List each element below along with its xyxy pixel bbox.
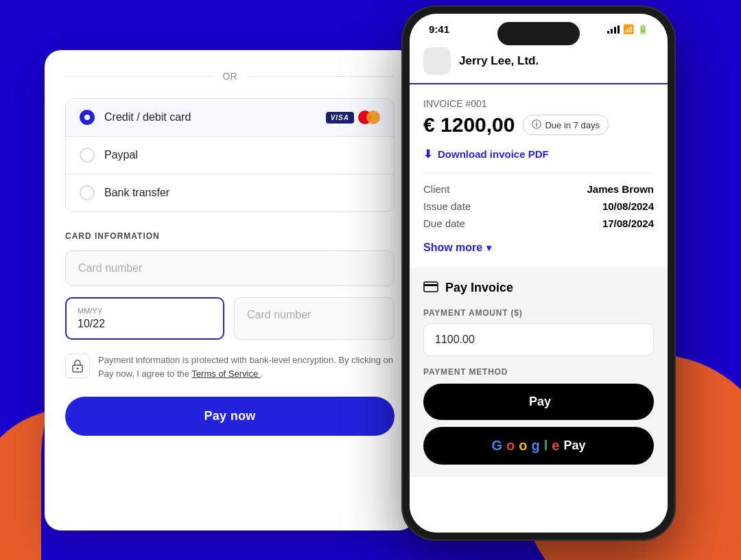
scene: OR Credit / debit card VISA — [0, 0, 741, 560]
due-info-icon: ⓘ — [532, 119, 541, 131]
radio-paypal — [80, 148, 95, 163]
wifi-icon: 📶 — [623, 24, 634, 34]
pay-invoice-title: Pay Invoice — [445, 281, 513, 295]
expiry-field[interactable]: MM/YY 10/22 — [65, 297, 224, 340]
card-info-section: CARD INFORMATION Card number MM/YY 10/22… — [65, 231, 395, 340]
cvv-placeholder: Card number — [247, 309, 311, 320]
issue-date-label: Issue date — [423, 200, 471, 212]
client-value: James Brown — [587, 183, 654, 195]
g-blue2: g — [532, 438, 540, 454]
due-badge: ⓘ Due in 7 days — [523, 115, 609, 135]
payment-amount-input[interactable]: 1100.00 — [423, 323, 654, 356]
paypal-label: Paypal — [104, 149, 380, 161]
payment-option-paypal[interactable]: Paypal — [66, 137, 394, 174]
invoice-number: INVOICE #001 — [423, 98, 654, 109]
g-yellow: o — [519, 438, 527, 454]
security-notice: Payment information is protected with ba… — [65, 353, 395, 380]
or-text: OR — [223, 71, 237, 82]
g-blue: G — [492, 438, 503, 454]
payment-option-bank-transfer[interactable]: Bank transfer — [66, 174, 394, 211]
company-avatar — [423, 47, 451, 75]
g-red: o — [506, 438, 515, 454]
card-logos: VISA — [326, 110, 380, 124]
phone-wrapper: 9:41 📶 🔋 Jerry Le — [401, 5, 676, 541]
invoice-amount: € 1200,00 — [423, 113, 515, 137]
g-green: l — [544, 438, 548, 454]
card-number-placeholder: Card number — [78, 262, 142, 274]
tos-link[interactable]: Terms of Service — [191, 369, 260, 379]
due-date-row: Due date 17/08/2024 — [423, 218, 654, 229]
mastercard-logo — [358, 110, 380, 124]
mc-circle-orange — [366, 110, 380, 124]
invoice-amount-row: € 1200,00 ⓘ Due in 7 days — [423, 113, 654, 137]
invoice-main: INVOICE #001 € 1200,00 ⓘ Due in 7 days ⬇… — [410, 84, 668, 261]
expiry-value: 10/22 — [78, 318, 212, 330]
issue-date-value: 10/08/2024 — [602, 200, 654, 212]
pay-now-button[interactable]: Pay now — [65, 397, 395, 436]
apple-pay-button[interactable]: Pay — [423, 384, 654, 420]
battery-icon: 🔋 — [637, 24, 648, 34]
card-number-field[interactable]: Card number — [65, 250, 395, 286]
status-icons: 📶 🔋 — [607, 24, 648, 34]
invoice-details: Client James Brown Issue date 10/08/2024… — [423, 173, 654, 229]
security-text: Payment information is protected with ba… — [98, 353, 395, 380]
bank-transfer-label: Bank transfer — [104, 187, 380, 199]
status-time: 9:41 — [429, 23, 449, 35]
phone-notch — [497, 22, 580, 45]
google-pay-button[interactable]: Google Pay — [423, 427, 654, 465]
signal-bars-icon — [607, 25, 620, 34]
radio-credit-debit — [80, 110, 95, 125]
invoice-content[interactable]: INVOICE #001 € 1200,00 ⓘ Due in 7 days ⬇… — [410, 84, 668, 533]
payment-method-label: PAYMENT METHOD — [423, 367, 654, 377]
payment-option-credit-debit[interactable]: Credit / debit card VISA — [66, 99, 394, 137]
or-divider: OR — [65, 71, 395, 82]
credit-debit-label: Credit / debit card — [104, 111, 326, 124]
phone-screen: 9:41 📶 🔋 Jerry Le — [410, 14, 668, 533]
card-icon — [423, 280, 438, 296]
due-date-label: Due date — [423, 218, 465, 229]
lock-icon-wrap — [65, 353, 90, 378]
card-expiry-cvv-row: MM/YY 10/22 Card number — [65, 297, 395, 340]
cvv-field[interactable]: Card number — [234, 297, 395, 340]
svg-rect-3 — [424, 284, 438, 286]
download-invoice-link[interactable]: ⬇ Download invoice PDF — [423, 148, 654, 161]
download-icon: ⬇ — [423, 148, 432, 161]
or-line-left — [65, 76, 212, 77]
client-label: Client — [423, 183, 449, 195]
chevron-down-icon: ▾ — [486, 242, 491, 253]
svg-point-1 — [77, 368, 79, 370]
pay-section: Pay Invoice PAYMENT AMOUNT ($) 1100.00 P… — [410, 268, 668, 477]
payment-method-list: Credit / debit card VISA Paypal Bank tra… — [65, 98, 395, 212]
company-name: Jerry Lee, Ltd. — [459, 54, 539, 68]
phone-frame: 9:41 📶 🔋 Jerry Le — [401, 5, 676, 541]
client-row: Client James Brown — [423, 183, 654, 195]
app-header: Jerry Lee, Ltd. — [410, 40, 668, 84]
pay-invoice-header: Pay Invoice — [423, 280, 654, 296]
show-more-button[interactable]: Show more ▾ — [423, 235, 491, 261]
expiry-label: MM/YY — [78, 307, 212, 315]
g-red2: e — [552, 438, 559, 454]
radio-bank-transfer — [80, 185, 95, 200]
visa-logo: VISA — [326, 112, 354, 124]
card-info-section-label: CARD INFORMATION — [65, 231, 395, 241]
payment-amount-label: PAYMENT AMOUNT ($) — [423, 308, 654, 318]
due-badge-text: Due in 7 days — [545, 120, 600, 130]
payment-form-card: OR Credit / debit card VISA — [45, 50, 415, 530]
or-line-right — [248, 76, 395, 77]
svg-rect-2 — [424, 282, 438, 292]
lock-icon — [71, 359, 84, 373]
due-date-value: 17/08/2024 — [602, 218, 654, 229]
radio-inner-dot — [84, 115, 90, 120]
issue-date-row: Issue date 10/08/2024 — [423, 200, 654, 212]
